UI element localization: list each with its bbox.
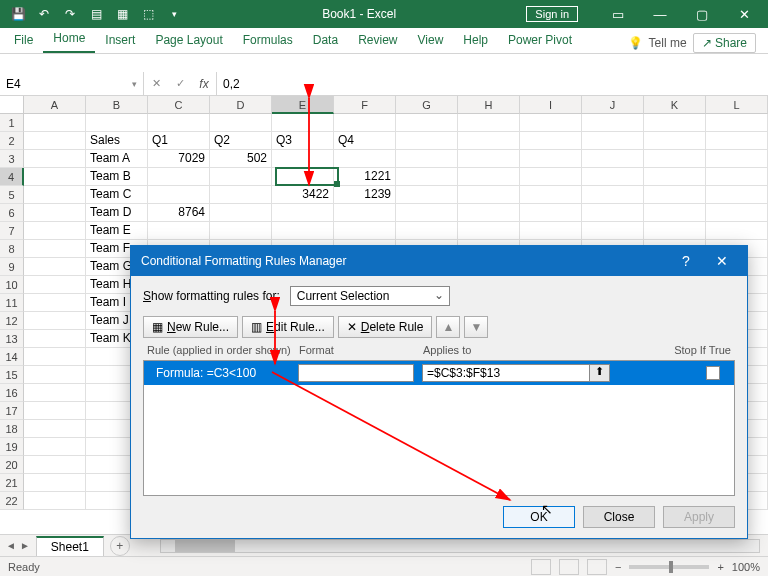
- formula-input[interactable]: 0,2: [217, 72, 768, 95]
- cell[interactable]: [24, 294, 86, 312]
- cell[interactable]: Team B: [86, 168, 148, 186]
- ribbon-display-icon[interactable]: ▭: [598, 0, 638, 28]
- cell[interactable]: [24, 492, 86, 510]
- cell[interactable]: [582, 204, 644, 222]
- zoom-out-icon[interactable]: −: [615, 561, 621, 573]
- cell[interactable]: [148, 186, 210, 204]
- row-header-8[interactable]: 8: [0, 240, 24, 258]
- cell[interactable]: [396, 222, 458, 240]
- cell[interactable]: [24, 186, 86, 204]
- select-all-triangle[interactable]: [0, 96, 24, 114]
- col-header-B[interactable]: B: [86, 96, 148, 114]
- cell[interactable]: [24, 258, 86, 276]
- cell[interactable]: [24, 240, 86, 258]
- close-dialog-button[interactable]: Close: [583, 506, 655, 528]
- cell[interactable]: [644, 186, 706, 204]
- cell[interactable]: Q2: [210, 132, 272, 150]
- share-button[interactable]: ↗ Share: [693, 33, 756, 53]
- cell[interactable]: [458, 114, 520, 132]
- cell[interactable]: [24, 474, 86, 492]
- cell[interactable]: [148, 168, 210, 186]
- cell[interactable]: [706, 132, 768, 150]
- range-picker-icon[interactable]: ⬆: [590, 364, 610, 382]
- cell[interactable]: 7029: [148, 150, 210, 168]
- move-rule-down-button[interactable]: ▼: [464, 316, 488, 338]
- row-header-2[interactable]: 2: [0, 132, 24, 150]
- applies-to-input[interactable]: [422, 364, 590, 382]
- cell[interactable]: [272, 222, 334, 240]
- cell[interactable]: [644, 132, 706, 150]
- cell[interactable]: [86, 114, 148, 132]
- row-header-19[interactable]: 19: [0, 438, 24, 456]
- col-header-C[interactable]: C: [148, 96, 210, 114]
- cell[interactable]: Sales: [86, 132, 148, 150]
- cell[interactable]: Team C: [86, 186, 148, 204]
- cell[interactable]: [396, 132, 458, 150]
- cell[interactable]: 8764: [148, 204, 210, 222]
- row-header-13[interactable]: 13: [0, 330, 24, 348]
- qat-dropdown-icon[interactable]: ▾: [162, 3, 186, 25]
- cell[interactable]: 1221: [334, 168, 396, 186]
- row-header-16[interactable]: 16: [0, 384, 24, 402]
- cell[interactable]: 1239: [334, 186, 396, 204]
- cell[interactable]: 502: [210, 150, 272, 168]
- cell[interactable]: [458, 222, 520, 240]
- cell[interactable]: [24, 312, 86, 330]
- cell[interactable]: [644, 222, 706, 240]
- row-header-22[interactable]: 22: [0, 492, 24, 510]
- zoom-level[interactable]: 100%: [732, 561, 760, 573]
- cell[interactable]: [520, 186, 582, 204]
- row-headers[interactable]: 12345678910111213141516171819202122: [0, 114, 24, 510]
- cell[interactable]: [24, 132, 86, 150]
- cell[interactable]: Team A: [86, 150, 148, 168]
- cell[interactable]: [210, 114, 272, 132]
- row-header-12[interactable]: 12: [0, 312, 24, 330]
- delete-rule-button[interactable]: ✕ Delete Rule: [338, 316, 433, 338]
- minimize-button[interactable]: —: [640, 0, 680, 28]
- cell[interactable]: [582, 132, 644, 150]
- new-rule-button[interactable]: ▦ New Rule...: [143, 316, 238, 338]
- cell[interactable]: [148, 114, 210, 132]
- save-icon[interactable]: 💾: [6, 3, 30, 25]
- cell[interactable]: Q4: [334, 132, 396, 150]
- cancel-formula-icon[interactable]: ✕: [144, 77, 168, 90]
- cell[interactable]: [210, 168, 272, 186]
- zoom-slider[interactable]: [629, 565, 709, 569]
- stop-if-true-checkbox[interactable]: [706, 366, 720, 380]
- page-break-view-icon[interactable]: [587, 559, 607, 575]
- cell[interactable]: [396, 186, 458, 204]
- cell[interactable]: [644, 204, 706, 222]
- cell[interactable]: [520, 132, 582, 150]
- tab-help[interactable]: Help: [453, 29, 498, 53]
- row-header-20[interactable]: 20: [0, 456, 24, 474]
- rule-row[interactable]: Formula: =C3<100 ⬆: [144, 361, 734, 385]
- apply-button[interactable]: Apply: [663, 506, 735, 528]
- zoom-in-icon[interactable]: +: [717, 561, 723, 573]
- cell[interactable]: [272, 204, 334, 222]
- cell[interactable]: [458, 168, 520, 186]
- col-header-D[interactable]: D: [210, 96, 272, 114]
- cell[interactable]: [24, 456, 86, 474]
- cell[interactable]: [272, 150, 334, 168]
- name-box[interactable]: E4: [0, 72, 144, 95]
- cell[interactable]: [706, 150, 768, 168]
- cell[interactable]: Team E: [86, 222, 148, 240]
- tab-review[interactable]: Review: [348, 29, 407, 53]
- cell[interactable]: [210, 204, 272, 222]
- cell[interactable]: [706, 204, 768, 222]
- cell[interactable]: [644, 168, 706, 186]
- new-sheet-button[interactable]: +: [110, 536, 130, 556]
- row-header-10[interactable]: 10: [0, 276, 24, 294]
- cell[interactable]: [520, 204, 582, 222]
- sheet-tab-sheet1[interactable]: Sheet1: [36, 536, 104, 556]
- horizontal-scrollbar[interactable]: [160, 539, 760, 553]
- maximize-button[interactable]: ▢: [682, 0, 722, 28]
- dialog-titlebar[interactable]: Conditional Formatting Rules Manager ? ✕: [131, 246, 747, 276]
- row-header-5[interactable]: 5: [0, 186, 24, 204]
- redo-icon[interactable]: ↷: [58, 3, 82, 25]
- cell[interactable]: [24, 276, 86, 294]
- cell[interactable]: [334, 114, 396, 132]
- close-button[interactable]: ✕: [724, 0, 764, 28]
- cell[interactable]: [706, 168, 768, 186]
- tab-power-pivot[interactable]: Power Pivot: [498, 29, 582, 53]
